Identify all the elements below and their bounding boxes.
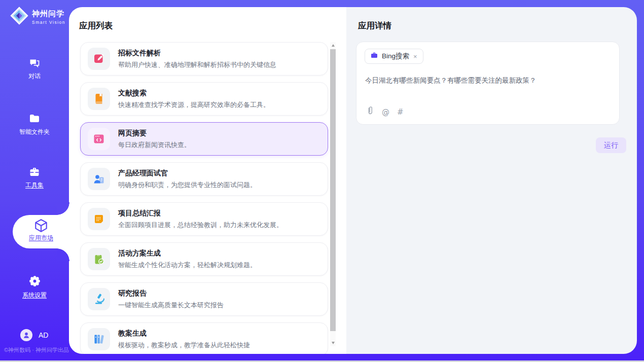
sidebar-item-app-market[interactable]: 应用市场 [13, 215, 69, 248]
sidebar: 神州问学 Smart Vision 对话 智能文件夹 [0, 0, 69, 362]
app-detail-title: 应用详情 [358, 20, 391, 31]
tab-bubble-fillet-top [57, 202, 69, 215]
app-card-title: 研究报告 [118, 289, 224, 298]
app-list-scrollbar [330, 42, 336, 346]
diamond-logo-icon [10, 7, 28, 27]
sidebar-item-label: 工具集 [0, 181, 69, 190]
scrollbar-thumb[interactable] [330, 49, 336, 331]
microscope-icon [88, 288, 110, 310]
sidebar-item-chat[interactable]: 对话 [0, 57, 69, 81]
sidebar-item-smart-folders[interactable]: 智能文件夹 [0, 113, 69, 136]
avatar [20, 329, 32, 341]
gear-icon [0, 274, 69, 288]
hash-icon[interactable]: # [397, 107, 404, 117]
tool-tag-bing-search[interactable]: Bing搜索 × [365, 49, 423, 64]
books-icon [88, 328, 110, 350]
app-card-desc: 全面回顾项目进展，总结经验教训，助力未来优化发展。 [118, 221, 283, 230]
user-name: AD [39, 331, 48, 339]
app-card-list: 招标文件解析 帮助用户快速、准确地理解和解析招标书中的关键信息 文献搜索 [80, 42, 328, 354]
app-list-title: 应用列表 [79, 20, 113, 31]
sidebar-item-label: 系统设置 [0, 291, 69, 300]
brand-logo: 神州问学 Smart Vision [10, 7, 65, 27]
paperclip-icon[interactable] [366, 106, 374, 118]
edit-document-icon [88, 48, 110, 70]
copyright-text: ©神州数码 · 神州问学出品 [4, 346, 69, 354]
app-card-title: 项目总结汇报 [118, 209, 283, 218]
book-icon [88, 88, 110, 110]
app-card-desc: 模板驱动，教案秒成，教学准备从此轻松快捷 [118, 341, 250, 350]
clipboard-check-icon [88, 248, 110, 270]
cube-icon [13, 218, 69, 233]
app-card-desc: 明确身份和职责，为您提供专业性的面试问题。 [118, 180, 257, 190]
app-card-desc: 快速精准查找学术资源，提高研究效率的必备工具。 [118, 100, 270, 110]
app-card-title: 网页摘要 [118, 129, 191, 138]
app-card-lesson-plan[interactable]: 教案生成 模板驱动，教案秒成，教学准备从此轻松快捷 [80, 322, 328, 354]
app-card-desc: 智能生成个性化活动方案，轻松解决规划难题。 [118, 261, 257, 270]
scroll-down-arrow-icon[interactable] [330, 340, 336, 346]
app-card-title: 教案生成 [118, 329, 250, 338]
query-input-card[interactable]: Bing搜索 × 今日湖北有哪些新闻要点？有哪些需要关注的最新政策？ @ # [356, 42, 620, 125]
app-card-bid-analysis[interactable]: 招标文件解析 帮助用户快速、准确地理解和解析招标书中的关键信息 [80, 42, 328, 76]
sidebar-item-label: 应用市场 [13, 234, 69, 242]
folder-icon [0, 113, 69, 125]
mention-icon[interactable]: @ [382, 107, 389, 117]
app-detail-panel: 应用详情 Bing搜索 × 今日湖北有哪些新闻要点？有哪些需要关注的最新政策？ [346, 7, 637, 354]
app-card-pm-interviewer[interactable]: 产品经理面试官 明确身份和职责，为您提供专业性的面试问题。 [80, 162, 328, 196]
close-icon[interactable]: × [413, 53, 418, 60]
query-text[interactable]: 今日湖北有哪些新闻要点？有哪些需要关注的最新政策？ [365, 76, 611, 85]
app-card-research-report[interactable]: 研究报告 一键智能生成高质量长文本研究报告 [80, 282, 328, 316]
app-list-panel: 应用列表 招标文件解析 帮助用户快速、准确地理解和解析招标书中的关键信息 [69, 7, 346, 354]
toolbox-icon [0, 166, 69, 178]
notepad-icon [88, 208, 110, 230]
interviewer-icon [88, 168, 110, 190]
sidebar-item-toolset[interactable]: 工具集 [0, 166, 69, 190]
sidebar-item-label: 对话 [0, 72, 69, 81]
brand-name: 神州问学 [32, 9, 65, 19]
scroll-up-arrow-icon[interactable] [330, 42, 336, 49]
chat-icon [0, 57, 69, 69]
app-card-title: 文献搜索 [118, 89, 270, 98]
brand-subtitle: Smart Vision [32, 20, 65, 25]
browser-code-icon [88, 128, 110, 150]
user-account[interactable]: AD [20, 329, 48, 341]
app-card-title: 活动方案生成 [118, 249, 257, 258]
run-button[interactable]: 运行 [596, 137, 626, 153]
input-toolbar: @ # [366, 106, 404, 118]
tag-label: Bing搜索 [382, 52, 409, 61]
tab-bubble-fillet-bottom [57, 248, 69, 261]
content-area: 应用列表 招标文件解析 帮助用户快速、准确地理解和解析招标书中的关键信息 [69, 7, 637, 354]
app-card-title: 招标文件解析 [118, 49, 276, 58]
app-card-title: 产品经理面试官 [118, 169, 257, 178]
app-card-desc: 帮助用户快速、准确地理解和解析招标书中的关键信息 [118, 60, 276, 69]
app-card-literature-search[interactable]: 文献搜索 快速精准查找学术资源，提高研究效率的必备工具。 [80, 82, 328, 116]
sidebar-item-settings[interactable]: 系统设置 [0, 274, 69, 300]
app-card-project-summary[interactable]: 项目总结汇报 全面回顾项目进展，总结经验教训，助力未来优化发展。 [80, 202, 328, 236]
sidebar-item-label: 智能文件夹 [0, 128, 69, 136]
briefcase-icon [370, 51, 378, 61]
app-card-web-summary[interactable]: 网页摘要 每日政府新闻资讯快查。 [80, 122, 328, 156]
app-card-desc: 一键智能生成高质量长文本研究报告 [118, 301, 224, 310]
app-card-event-plan[interactable]: 活动方案生成 智能生成个性化活动方案，轻松解决规划难题。 [80, 242, 328, 276]
app-card-desc: 每日政府新闻资讯快查。 [118, 140, 191, 150]
